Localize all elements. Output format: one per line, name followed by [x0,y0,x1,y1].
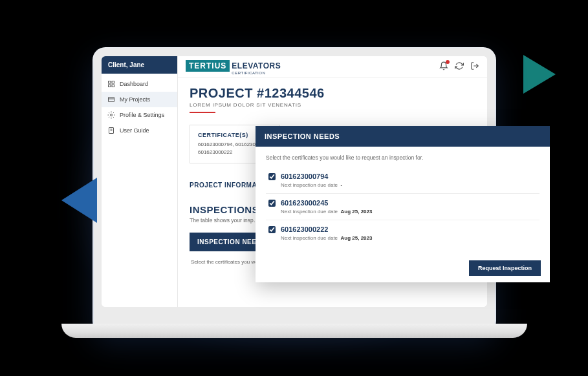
refresh-button[interactable] [455,61,464,73]
svg-rect-3 [112,85,114,87]
certificate-checkbox[interactable] [268,226,276,233]
notification-dot [446,60,450,64]
guide-icon [107,127,115,134]
certificate-due: Next inspection due date Aug 25, 2023 [281,209,537,214]
inspection-needs-modal: INSPECTION NEEDS Select the certificates… [256,126,550,282]
sidebar-item-label: My Projects [120,96,150,103]
page-subtitle: LOREM IPSUM DOLOR SIT VENENATIS [190,102,475,108]
dashboard-icon [107,80,115,88]
modal-title: INSPECTION NEEDS [256,126,550,147]
settings-icon [107,111,115,119]
sidebar-item-label: User Guide [120,127,149,134]
logo-mark: TERTIUS [186,60,230,72]
certificate-item: 601623000245 Next inspection due date Au… [266,194,539,220]
sidebar: Client, Jane Dashboard My Projects Profi… [102,56,178,307]
certificate-number: 601623000222 [281,225,328,233]
request-inspection-button[interactable]: Request Inspection [469,260,541,276]
decorative-triangle-left [61,178,97,223]
svg-rect-2 [109,85,111,87]
logo-text: ELEVATORS [232,61,281,70]
logout-icon [470,61,479,70]
svg-point-6 [111,114,113,116]
sidebar-user-name: Client, Jane [102,56,177,74]
refresh-icon [455,61,464,70]
svg-rect-4 [109,98,114,102]
certificate-checkbox[interactable] [268,200,276,207]
sidebar-item-label: Dashboard [120,81,148,87]
svg-rect-0 [109,81,111,84]
sidebar-item-user-guide[interactable]: User Guide [102,123,177,138]
page-title: PROJECT #12344546 [190,86,475,101]
sidebar-item-label: Profile & Settings [120,112,164,118]
decorative-triangle-right [523,55,556,94]
sidebar-item-my-projects[interactable]: My Projects [102,92,177,107]
certificate-number: 601623000245 [281,199,328,207]
certificate-checkbox[interactable] [268,173,276,180]
certificate-item: 601623000794 Next inspection due date - [266,167,539,194]
accent-underline [190,112,215,113]
topbar: TERTIUS ELEVATORS CERTIFICATION [178,56,487,78]
certificate-number: 601623000794 [281,172,328,180]
sidebar-item-dashboard[interactable]: Dashboard [102,76,177,92]
certificate-due: Next inspection due date Aug 25, 2023 [281,235,537,241]
projects-icon [107,96,115,103]
logo-subtitle: CERTIFICATION [232,71,281,75]
certificate-due: Next inspection due date - [281,182,537,188]
notifications-button[interactable] [439,61,448,73]
logo: TERTIUS ELEVATORS CERTIFICATION [186,59,281,75]
logout-button[interactable] [470,61,479,73]
modal-instruction: Select the certificates you would like t… [266,154,539,161]
sidebar-item-profile-settings[interactable]: Profile & Settings [102,107,177,123]
svg-rect-1 [112,81,114,84]
certificate-item: 601623000222 Next inspection due date Au… [266,220,539,246]
